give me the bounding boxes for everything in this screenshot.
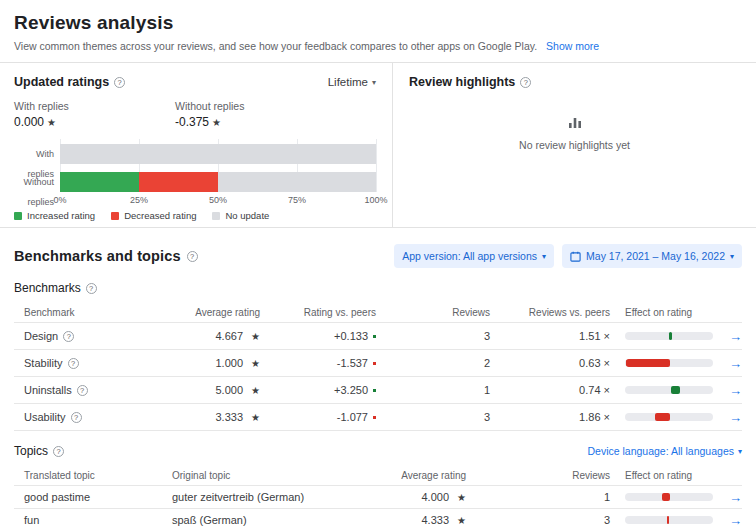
period-selector[interactable]: Lifetime ▾ [328,76,376,88]
page-subtitle: View common themes across your reviews, … [14,40,537,52]
stat-with-replies: With replies 0.000★ [14,100,175,129]
reviews-vs-peers-value: 0.63 × [490,357,610,369]
benchmark-name: Uninstalls [24,384,72,396]
effect-bar-segment [667,516,669,524]
star-icon: ★ [457,515,466,526]
axis-tick: 25% [130,195,148,205]
col-average-rating: Average rating [362,470,466,481]
table-row: Design? 4.667★ +0.133 3 1.51 × → [14,323,742,350]
row-detail-arrow[interactable]: → [729,513,742,526]
updated-ratings-title: Updated ratings ? [14,75,125,89]
legend-swatch [212,212,220,220]
chevron-down-icon: ▾ [738,447,742,456]
effect-bar-segment [655,413,670,421]
help-icon[interactable]: ? [114,77,125,88]
reviews-vs-peers-value: 1.86 × [490,411,610,423]
device-language-filter[interactable]: Device language: All languages ▾ [587,445,742,457]
review-highlights-panel: Review highlights ? No review highlights… [393,63,756,227]
row-detail-arrow[interactable]: → [729,383,742,398]
help-icon[interactable]: ? [68,358,79,369]
bar-without-replies [60,172,376,192]
filter-chips: App version: All app versions ▾ May 17, … [394,244,742,268]
col-translated-topic: Translated topic [14,470,162,481]
legend-no-update: No update [212,210,269,221]
help-icon[interactable]: ? [86,283,97,294]
show-more-link[interactable]: Show more [546,40,599,52]
help-icon[interactable]: ? [71,412,82,423]
effect-bar-segment [626,359,670,367]
star-icon: ★ [251,385,260,396]
chevron-down-icon: ▾ [372,78,376,87]
effect-bar [625,493,713,501]
review-highlights-title: Review highlights ? [409,75,740,89]
average-rating-value: 4.667 [216,330,244,342]
legend-increased-rating: Increased rating [14,210,95,221]
date-range-filter[interactable]: May 17, 2021 – May 16, 2022 ▾ [562,244,742,268]
topics-title: Topics ? [14,444,64,458]
benchmarks-title: Benchmarks ? [14,281,97,295]
stat-value: -0.375 [175,115,209,129]
help-icon[interactable]: ? [520,77,531,88]
original-topic: spaß (German) [162,514,362,526]
help-icon[interactable]: ? [77,385,88,396]
col-effect-on-rating: Effect on rating [610,307,716,318]
benchmark-name: Usability [24,411,66,423]
reviews-vs-peers-value: 0.74 × [490,384,610,396]
row-detail-arrow[interactable]: → [729,490,742,505]
help-icon[interactable]: ? [53,446,64,457]
effect-bar [625,386,713,394]
table-header-row: Benchmark Average rating Rating vs. peer… [14,302,742,323]
chevron-down-icon: ▾ [542,252,546,261]
legend-swatch [14,212,22,220]
row-detail-arrow[interactable]: → [729,410,742,425]
star-icon: ★ [251,412,260,423]
page-header: Reviews analysis View common themes acro… [0,0,756,52]
bar-segment-increased [60,172,139,192]
rating-vs-peers-value: +0.133 [334,330,368,342]
effect-bar [625,413,713,421]
gridline [376,139,377,192]
rating-vs-peers-value: +3.250 [334,384,368,396]
row-detail-arrow[interactable]: → [729,329,742,344]
reviews-value: 3 [376,330,490,342]
original-topic: guter zeitvertreib (German) [162,491,362,503]
chart-plot-area [60,139,376,192]
rating-vs-peers-value: -1.537 [337,357,368,369]
star-icon: ★ [47,117,56,128]
translated-topic: fun [14,514,162,526]
effect-bar [625,359,713,367]
reviews-value: 1 [376,384,490,396]
table-header-row: Translated topic Original topic Average … [14,465,742,486]
benchmarks-topics-title: Benchmarks and topics ? [14,248,198,264]
reviews-value: 2 [376,357,490,369]
empty-state-text: No review highlights yet [393,139,756,151]
effect-bar-segment [662,493,670,501]
legend-swatch [111,212,119,220]
benchmarks-topics-section: Benchmarks and topics ? App version: All… [0,244,756,526]
benchmarks-table: Benchmark Average rating Rating vs. peer… [14,302,742,431]
row-detail-arrow[interactable]: → [729,356,742,371]
bar-segment-decreased [139,172,218,192]
stat-without-replies: Without replies -0.375★ [175,100,336,129]
reviews-vs-peers-value: 1.51 × [490,330,610,342]
updated-ratings-chart: With replies Without replies [14,139,376,221]
effect-bar [625,332,713,340]
help-icon[interactable]: ? [63,331,74,342]
average-rating-value: 1.000 [216,357,244,369]
bar-with-replies [60,144,376,164]
effect-bar-segment [671,386,680,394]
help-icon[interactable]: ? [187,251,198,262]
updated-ratings-panel: Updated ratings ? Lifetime ▾ With replie… [0,63,393,227]
average-rating-value: 5.000 [216,384,244,396]
topics-table: Translated topic Original topic Average … [14,465,742,526]
calendar-icon [570,251,581,262]
table-row: good pastime guter zeitvertreib (German)… [14,486,742,509]
axis-tick: 75% [288,195,306,205]
average-rating-value: 4.333 [422,514,450,526]
average-rating-value: 3.333 [216,411,244,423]
col-original-topic: Original topic [162,470,362,481]
axis-tick: 0% [53,195,66,205]
chart-legend: Increased rating Decreased rating No upd… [14,210,376,221]
app-version-filter[interactable]: App version: All app versions ▾ [394,244,554,268]
col-reviews-vs-peers: Reviews vs. peers [490,307,610,318]
